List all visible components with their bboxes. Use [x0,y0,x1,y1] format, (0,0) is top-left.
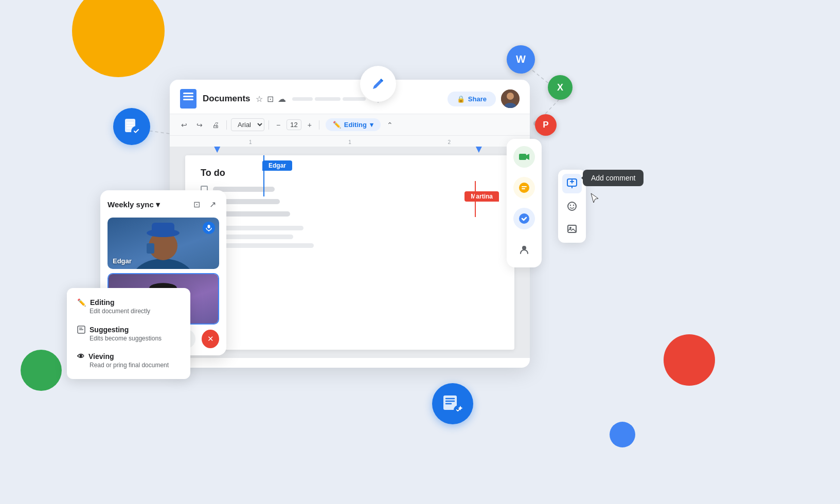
video-header: Weekly sync ▾ ⊡ ↗ [108,197,219,211]
avatar-p: P [535,114,557,136]
martina-cursor-tag: Martina [464,191,499,202]
toolbar: ↩ ↪ 🖨 Arial − 12 + ✏️ Editing ▾ ⌃ [170,114,530,136]
font-size-minus[interactable]: − [273,119,283,131]
contacts-icon-btn[interactable] [513,239,535,260]
martina-cursor-line [475,181,476,217]
font-size-display: 12 [287,119,301,130]
viewing-title: 👁 Vieving [77,352,180,361]
image-float-btn[interactable] [562,219,582,239]
emoji-float-btn[interactable] [562,196,582,216]
avatar-x: X [548,75,573,100]
share-button[interactable]: 🔒 Share [448,92,496,106]
dropdown-viewing[interactable]: 👁 Vieving Read or pring final document [67,347,190,374]
todo-item-2 [201,198,499,205]
editing-title: ✏️ Editing [77,298,180,307]
undo-button[interactable]: ↩ [178,119,190,131]
svg-point-10 [507,93,514,100]
svg-rect-37 [152,223,174,234]
svg-rect-16 [522,188,525,189]
docs-bubble [113,108,150,145]
edgar-video-frame: Edgar [108,218,219,269]
todo-item-1 [201,186,499,193]
tasks-icon-btn[interactable] [513,208,535,229]
font-select[interactable]: Arial [231,118,264,131]
lock-icon: 🔒 [457,95,465,103]
collapse-button[interactable]: ⌃ [384,119,396,131]
video-top-controls: ⊡ ↗ [190,197,219,211]
ruler-mark-1: 1 [234,139,266,147]
float-toolbar [558,170,586,243]
suggesting-subtitle: Edits become suggestions [77,335,180,342]
svg-rect-38 [208,225,210,228]
editing-mode-button[interactable]: ✏️ Editing ▾ [326,118,381,131]
external-button[interactable]: ↗ [206,197,219,211]
deco-yellow-circle [72,0,165,77]
doc-page: Edgar Martina To do [185,155,514,350]
cloud-icon[interactable]: ☁ [278,94,286,104]
end-call-btn[interactable]: ✕ [202,330,219,348]
chevron-down-video-icon: ▾ [156,200,160,209]
pencil-bubble [360,66,396,102]
svg-point-24 [570,205,571,206]
cursor [589,192,600,207]
toolbar-sep-1 [226,120,227,130]
doc-icons-row: ☆ ⊡ ☁ [256,94,286,104]
svg-rect-26 [568,225,576,232]
star-icon[interactable]: ☆ [256,94,263,104]
right-sidebar [507,139,542,267]
svg-rect-35 [147,243,154,254]
edgar-cursor-tag: Edgar [262,160,292,171]
header-lines [292,97,366,101]
svg-rect-12 [519,154,526,160]
dropdown-suggesting[interactable]: Suggesting Edits become suggestions [67,320,190,347]
edgar-cursor-line [263,155,264,196]
font-size-plus[interactable]: + [305,119,315,131]
eye-dropdown-icon: 👁 [77,352,84,361]
video-title: Weekly sync ▾ [108,200,160,209]
editing-subtitle: Edit document directly [77,308,180,315]
toolbar-sep-3 [319,120,319,130]
folder-icon[interactable]: ⊡ [267,94,274,104]
ruler-mark-2: 1 [333,139,366,147]
todo-title: To do [201,168,499,178]
svg-rect-15 [522,186,527,187]
doc-title: Documents [203,94,251,104]
pencil-dropdown-icon: ✏️ [77,298,86,307]
deco-red-circle [664,334,715,386]
dropdown-editing[interactable]: ✏️ Editing Edit document directly [67,293,190,320]
pencil-icon: ✏️ [333,121,341,129]
deco-blue-circle [610,422,635,447]
redo-button[interactable]: ↪ [193,119,206,131]
meet-icon-btn[interactable] [513,146,535,168]
viewing-subtitle: Read or pring final document [77,362,180,369]
ruler: 1 1 2 [170,136,530,147]
toolbar-sep-2 [269,120,269,130]
edit-ai-bubble [432,383,473,424]
svg-marker-13 [526,154,529,160]
todo-item-3 [201,210,499,218]
avatar-w: W [507,45,535,74]
svg-point-17 [519,213,529,224]
ruler-mark-3: 2 [433,139,466,147]
pip-button[interactable]: ⊡ [190,197,203,211]
print-button[interactable]: 🖨 [209,119,222,131]
chat-icon-btn[interactable] [513,177,535,199]
suggesting-title: Suggesting [77,325,180,334]
user-avatar [501,89,520,108]
doc-header: Documents ☆ ⊡ ☁ 🔒 Share [170,80,530,114]
doc-file-icon [180,89,196,109]
svg-point-14 [519,183,529,193]
deco-green-circle [21,350,62,391]
mic-badge [203,222,215,234]
chevron-down-icon: ▾ [370,121,373,129]
svg-point-25 [573,205,574,206]
suggesting-dropdown-icon [77,325,85,334]
add-comment-tooltip: Add comment [583,170,644,186]
svg-point-18 [522,246,526,250]
editing-dropdown: ✏️ Editing Edit document directly Sugges… [67,288,190,379]
svg-point-23 [568,202,576,210]
